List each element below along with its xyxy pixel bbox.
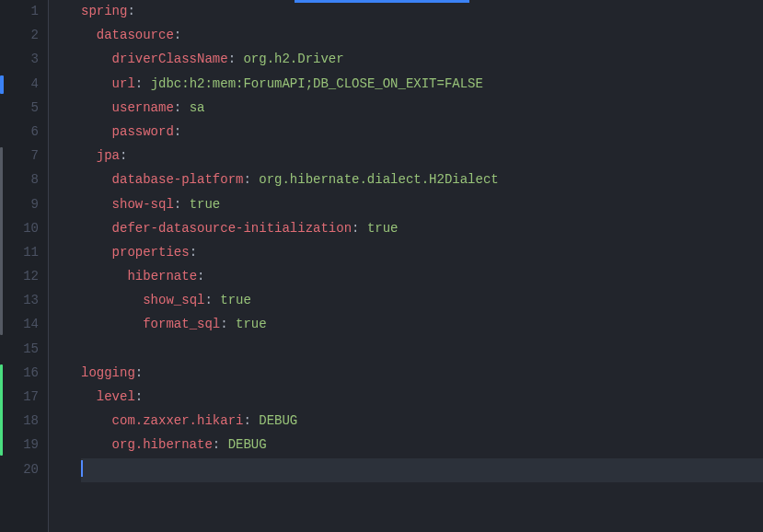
line-number: 9 xyxy=(6,193,39,217)
token: : xyxy=(135,389,143,404)
token: database-platform xyxy=(112,172,244,187)
token: : xyxy=(213,437,228,452)
cursor xyxy=(81,460,83,477)
code-line[interactable]: level: xyxy=(81,386,763,410)
code-line[interactable]: driverClassName: org.h2.Driver xyxy=(81,48,763,72)
token: : xyxy=(352,221,367,236)
line-number: 1 xyxy=(6,0,39,24)
line-number: 18 xyxy=(6,410,39,434)
code-line[interactable]: show_sql: true xyxy=(81,289,763,313)
token: : xyxy=(243,413,259,428)
token: datasource xyxy=(97,28,174,42)
token: DEBUG xyxy=(228,437,267,452)
gutter-mark xyxy=(0,364,3,456)
token: org.h2.Driver xyxy=(243,52,343,66)
token: show_sql xyxy=(143,293,204,307)
code-line[interactable]: logging: xyxy=(81,362,763,386)
top-scroll-indicator xyxy=(295,0,469,3)
line-number: 16 xyxy=(6,362,39,386)
token: : xyxy=(127,4,134,18)
token: : xyxy=(120,148,127,163)
token: spring xyxy=(81,4,127,18)
line-number: 6 xyxy=(6,121,39,145)
code-line[interactable]: defer-datasource-initialization: true xyxy=(81,217,763,241)
code-line[interactable]: jpa: xyxy=(81,145,763,168)
token: : xyxy=(204,293,220,307)
code-line[interactable]: properties: xyxy=(81,241,763,265)
token: password xyxy=(112,124,174,139)
token: url xyxy=(112,76,135,91)
token: true xyxy=(220,293,251,307)
code-line[interactable]: datasource: xyxy=(81,24,763,48)
line-number: 17 xyxy=(6,386,39,410)
line-number: 5 xyxy=(6,97,39,121)
code-line[interactable]: hibernate: xyxy=(81,265,763,289)
code-line[interactable]: format_sql: true xyxy=(81,313,763,337)
code-line[interactable]: spring: xyxy=(81,0,763,24)
line-number: 15 xyxy=(6,338,39,362)
token: show-sql xyxy=(112,197,174,212)
code-line[interactable]: password: xyxy=(81,121,763,145)
token: : xyxy=(174,100,190,115)
token: : xyxy=(197,269,204,283)
code-line[interactable]: show-sql: true xyxy=(81,193,763,217)
line-number: 12 xyxy=(6,265,39,289)
code-line[interactable] xyxy=(81,458,763,482)
token: : xyxy=(135,365,143,380)
token: : xyxy=(243,172,259,187)
token: true xyxy=(190,197,221,212)
token: logging xyxy=(81,365,135,380)
token: : xyxy=(174,197,190,212)
token: properties xyxy=(112,245,190,260)
line-number: 8 xyxy=(6,168,39,192)
code-line[interactable] xyxy=(81,338,763,362)
token: DEBUG xyxy=(259,413,297,428)
token: : xyxy=(190,245,197,260)
code-line[interactable]: com.zaxxer.hikari: DEBUG xyxy=(81,410,763,434)
code-area[interactable]: spring: datasource: driverClassName: org… xyxy=(70,0,763,532)
line-number: 3 xyxy=(6,48,39,72)
token: jpa xyxy=(97,148,120,163)
line-number: 11 xyxy=(6,241,39,265)
line-number: 2 xyxy=(6,24,39,48)
line-number: 10 xyxy=(6,217,39,241)
token: true xyxy=(236,317,267,331)
token: username xyxy=(112,100,174,115)
line-number: 14 xyxy=(6,313,39,337)
token: : xyxy=(174,124,181,139)
line-number: 19 xyxy=(6,434,39,457)
line-number: 20 xyxy=(6,458,39,482)
code-editor[interactable]: 1234567891011121314151617181920 spring: … xyxy=(0,0,763,532)
token: driverClassName xyxy=(112,52,228,66)
gutter-mark xyxy=(0,147,3,335)
token: true xyxy=(367,221,399,236)
token: org.hibernate.dialect.H2Dialect xyxy=(259,172,498,187)
token: hibernate xyxy=(127,269,197,283)
code-line[interactable]: url: jdbc:h2:mem:ForumAPI;DB_CLOSE_ON_EX… xyxy=(81,73,763,97)
line-number: 7 xyxy=(6,145,39,168)
token: : xyxy=(174,28,181,42)
token: defer-datasource-initialization xyxy=(112,221,352,236)
line-number-gutter: 1234567891011121314151617181920 xyxy=(6,0,48,532)
token: : xyxy=(220,317,236,331)
token: format_sql xyxy=(143,317,220,331)
token: : xyxy=(135,76,151,91)
token: sa xyxy=(190,100,205,115)
token: org.hibernate xyxy=(112,437,213,452)
line-number: 4 xyxy=(6,73,39,97)
code-line[interactable]: username: sa xyxy=(81,97,763,121)
token: com.zaxxer.hikari xyxy=(112,413,244,428)
gutter-marks xyxy=(0,0,6,532)
code-line[interactable]: org.hibernate: DEBUG xyxy=(81,434,763,457)
token: level xyxy=(97,389,135,404)
token: jdbc:h2:mem:ForumAPI;DB_CLOSE_ON_EXIT=FA… xyxy=(151,76,483,91)
token: : xyxy=(228,52,244,66)
indent-guide xyxy=(48,0,70,532)
line-number: 13 xyxy=(6,289,39,313)
gutter-mark xyxy=(0,75,4,94)
code-line[interactable]: database-platform: org.hibernate.dialect… xyxy=(81,168,763,192)
